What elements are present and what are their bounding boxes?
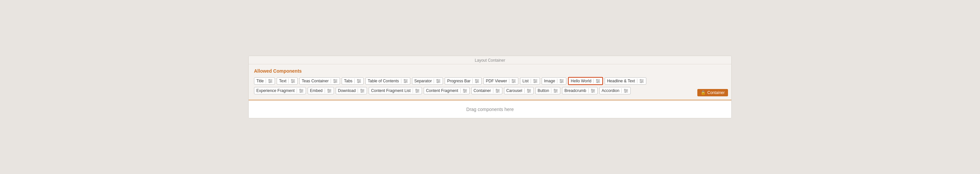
svg-point-41: [476, 82, 477, 83]
component-chip-text[interactable]: Text: [277, 77, 298, 85]
component-chip-teas-container[interactable]: Teas Container: [299, 77, 340, 85]
component-chip-button[interactable]: Button: [535, 87, 561, 94]
chip-divider: [358, 88, 358, 93]
config-icon: [415, 88, 420, 93]
container-badge-label: Container: [707, 90, 725, 95]
chip-divider: [325, 88, 325, 93]
svg-point-113: [528, 92, 529, 93]
svg-point-76: [301, 90, 302, 91]
component-chip-download[interactable]: Download: [336, 87, 367, 94]
chip-label: PDF Viewer: [486, 79, 507, 83]
svg-point-11: [292, 82, 293, 83]
svg-point-3: [269, 79, 270, 80]
chip-label: Table of Contents: [368, 79, 399, 83]
config-icon: [559, 79, 564, 83]
config-icon: [553, 88, 558, 93]
allowed-components-title: Allowed Components: [254, 68, 726, 73]
chip-divider: [401, 79, 401, 83]
component-chip-list[interactable]: List: [520, 77, 540, 85]
chip-divider: [331, 79, 331, 83]
chip-label: Separator: [414, 79, 432, 83]
svg-point-119: [555, 92, 556, 93]
svg-point-35: [438, 82, 438, 83]
svg-point-21: [358, 79, 359, 80]
config-icon: [511, 79, 516, 83]
chip-label: Button: [538, 88, 549, 93]
chip-divider: [531, 79, 531, 83]
component-chip-experience-fragment[interactable]: Experience Fragment: [254, 87, 306, 94]
component-chip-container[interactable]: Container: [471, 87, 502, 94]
chip-divider: [493, 88, 493, 93]
config-icon: [527, 88, 531, 93]
svg-point-28: [406, 81, 407, 81]
components-row-2: Experience Fragment Embed Download Conte…: [254, 87, 726, 94]
svg-point-77: [300, 92, 301, 93]
svg-point-57: [560, 79, 562, 80]
component-chip-tabs[interactable]: Tabs: [342, 77, 364, 85]
chip-divider: [557, 79, 557, 83]
svg-point-87: [361, 89, 362, 90]
chip-divider: [266, 79, 266, 83]
component-chip-content-fragment[interactable]: Content Fragment: [424, 87, 470, 94]
svg-point-17: [334, 82, 335, 83]
svg-point-22: [360, 81, 360, 81]
svg-point-94: [417, 90, 418, 91]
component-chip-title[interactable]: Title: [254, 77, 275, 85]
chip-label: Container: [474, 88, 491, 93]
svg-point-95: [416, 92, 417, 93]
svg-point-69: [640, 79, 641, 80]
svg-point-123: [591, 89, 592, 90]
svg-point-101: [464, 92, 465, 93]
svg-point-5: [269, 82, 270, 83]
svg-point-75: [300, 89, 301, 90]
component-chip-embed[interactable]: Embed: [308, 87, 334, 94]
chip-divider: [524, 88, 525, 93]
svg-point-81: [328, 89, 329, 90]
config-icon: [475, 79, 479, 83]
chip-label: Progress Bar: [447, 79, 470, 83]
svg-point-71: [641, 82, 642, 83]
config-icon: [360, 88, 365, 93]
allowed-components-section: Allowed Components Title Text Teas Conta…: [249, 64, 731, 101]
config-icon: [596, 79, 600, 83]
chip-divider: [621, 88, 622, 93]
config-icon: [299, 88, 304, 93]
svg-point-89: [361, 92, 362, 93]
component-chip-separator[interactable]: Separator: [412, 77, 443, 85]
svg-point-70: [642, 81, 643, 81]
svg-point-118: [556, 90, 557, 91]
config-icon: [624, 88, 628, 93]
component-chip-accordion[interactable]: Accordion: [599, 87, 631, 94]
svg-point-130: [626, 90, 627, 91]
container-badge: 🔒 Container: [697, 89, 728, 96]
component-chip-headline-and-text[interactable]: Headline & Text: [605, 77, 646, 85]
component-chip-breadcrumb[interactable]: Breadcrumb: [562, 87, 597, 94]
component-chip-carousel[interactable]: Carousel: [504, 87, 534, 94]
chip-divider: [434, 79, 434, 83]
svg-point-63: [597, 79, 597, 80]
chip-label: Download: [338, 88, 356, 93]
chip-divider: [509, 79, 509, 83]
svg-point-27: [404, 79, 405, 80]
svg-point-107: [497, 92, 498, 93]
svg-point-88: [363, 90, 364, 91]
chip-label: Tabs: [344, 79, 352, 83]
component-chip-content-fragment-list[interactable]: Content Fragment List: [369, 87, 422, 94]
svg-point-46: [514, 81, 515, 81]
svg-point-4: [270, 81, 272, 81]
svg-point-29: [405, 82, 406, 83]
svg-point-33: [437, 79, 438, 80]
component-chip-pdf-viewer[interactable]: PDF Viewer: [483, 77, 518, 85]
component-chip-progress-bar[interactable]: Progress Bar: [445, 77, 482, 85]
chip-label: Carousel: [506, 88, 522, 93]
component-chip-hello-world[interactable]: Hello World: [568, 77, 603, 85]
svg-point-65: [597, 82, 598, 83]
chip-divider: [637, 79, 637, 83]
svg-point-16: [335, 81, 336, 81]
svg-point-40: [477, 81, 478, 81]
svg-point-82: [329, 90, 330, 91]
component-chip-table-of-contents[interactable]: Table of Contents: [365, 77, 410, 85]
component-chip-image[interactable]: Image: [542, 77, 566, 85]
svg-point-59: [561, 82, 562, 83]
svg-point-124: [593, 90, 594, 91]
